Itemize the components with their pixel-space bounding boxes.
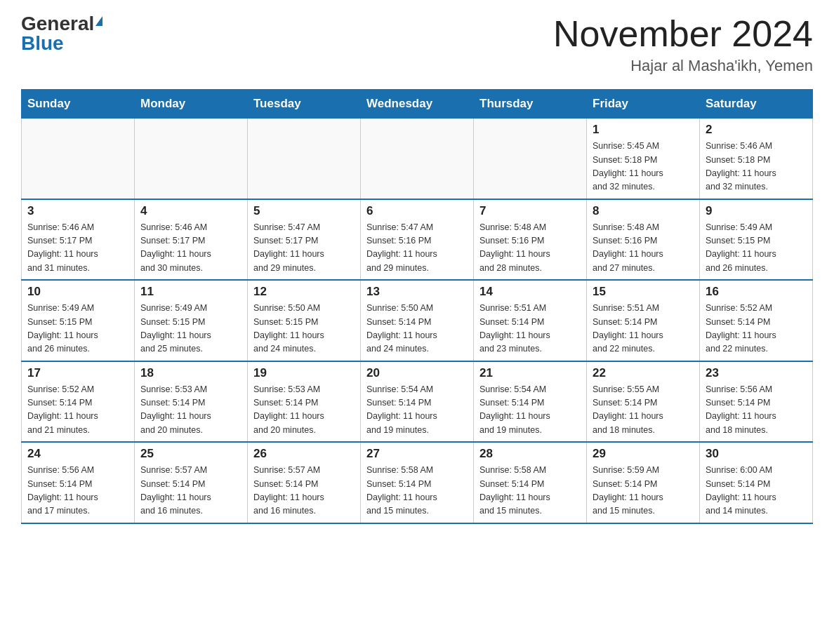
calendar-day-cell: 3Sunrise: 5:46 AMSunset: 5:17 PMDaylight… — [22, 199, 135, 281]
day-number: 10 — [27, 285, 128, 299]
calendar-day-cell: 9Sunrise: 5:49 AMSunset: 5:15 PMDaylight… — [700, 199, 813, 281]
calendar-week-row: 3Sunrise: 5:46 AMSunset: 5:17 PMDaylight… — [22, 199, 813, 281]
day-number: 7 — [479, 204, 581, 218]
calendar-day-cell: 16Sunrise: 5:52 AMSunset: 5:14 PMDayligh… — [700, 280, 813, 361]
day-number: 1 — [593, 123, 694, 137]
day-info: Sunrise: 5:49 AMSunset: 5:15 PMDaylight:… — [140, 302, 241, 356]
calendar-header-tuesday: Tuesday — [248, 90, 361, 119]
day-info: Sunrise: 5:51 AMSunset: 5:14 PMDaylight:… — [479, 302, 581, 356]
day-number: 13 — [366, 285, 468, 299]
day-info: Sunrise: 5:54 AMSunset: 5:14 PMDaylight:… — [479, 383, 581, 438]
calendar-day-cell: 12Sunrise: 5:50 AMSunset: 5:15 PMDayligh… — [248, 280, 361, 361]
day-info: Sunrise: 5:53 AMSunset: 5:14 PMDaylight:… — [253, 383, 355, 438]
day-number: 14 — [479, 285, 581, 299]
day-info: Sunrise: 5:54 AMSunset: 5:14 PMDaylight:… — [366, 383, 468, 438]
calendar-day-cell: 15Sunrise: 5:51 AMSunset: 5:14 PMDayligh… — [587, 280, 700, 361]
day-info: Sunrise: 5:48 AMSunset: 5:16 PMDaylight:… — [593, 221, 694, 276]
calendar-day-cell: 7Sunrise: 5:48 AMSunset: 5:16 PMDaylight… — [474, 199, 587, 281]
calendar-week-row: 24Sunrise: 5:56 AMSunset: 5:14 PMDayligh… — [22, 442, 813, 523]
calendar-day-cell — [135, 119, 248, 199]
day-number: 3 — [27, 204, 128, 218]
day-info: Sunrise: 5:47 AMSunset: 5:17 PMDaylight:… — [253, 221, 355, 276]
calendar-day-cell: 25Sunrise: 5:57 AMSunset: 5:14 PMDayligh… — [135, 442, 248, 523]
day-number: 16 — [706, 285, 807, 299]
day-number: 8 — [593, 204, 694, 218]
day-number: 2 — [706, 123, 807, 137]
calendar-header-wednesday: Wednesday — [361, 90, 474, 119]
day-info: Sunrise: 5:52 AMSunset: 5:14 PMDaylight:… — [706, 302, 807, 356]
calendar-day-cell: 14Sunrise: 5:51 AMSunset: 5:14 PMDayligh… — [474, 280, 587, 361]
day-info: Sunrise: 5:49 AMSunset: 5:15 PMDaylight:… — [27, 302, 128, 356]
day-number: 27 — [366, 447, 468, 461]
calendar-day-cell: 17Sunrise: 5:52 AMSunset: 5:14 PMDayligh… — [22, 361, 135, 443]
calendar-week-row: 17Sunrise: 5:52 AMSunset: 5:14 PMDayligh… — [22, 361, 813, 443]
day-number: 15 — [593, 285, 694, 299]
calendar-week-row: 1Sunrise: 5:45 AMSunset: 5:18 PMDaylight… — [22, 119, 813, 199]
day-info: Sunrise: 5:57 AMSunset: 5:14 PMDaylight:… — [140, 464, 241, 518]
calendar-week-row: 10Sunrise: 5:49 AMSunset: 5:15 PMDayligh… — [22, 280, 813, 361]
calendar-day-cell: 23Sunrise: 5:56 AMSunset: 5:14 PMDayligh… — [700, 361, 813, 443]
month-title: November 2024 — [553, 14, 813, 54]
calendar-header-monday: Monday — [135, 90, 248, 119]
day-number: 9 — [706, 204, 807, 218]
day-info: Sunrise: 5:48 AMSunset: 5:16 PMDaylight:… — [479, 221, 581, 276]
page-header: General Blue November 2024 Hajar al Mash… — [21, 14, 813, 75]
day-number: 4 — [140, 204, 241, 218]
day-info: Sunrise: 5:59 AMSunset: 5:14 PMDaylight:… — [593, 464, 694, 518]
day-number: 24 — [27, 447, 128, 461]
day-info: Sunrise: 5:56 AMSunset: 5:14 PMDaylight:… — [27, 464, 128, 518]
day-info: Sunrise: 5:58 AMSunset: 5:14 PMDaylight:… — [366, 464, 468, 518]
day-number: 22 — [593, 366, 694, 380]
calendar-day-cell: 1Sunrise: 5:45 AMSunset: 5:18 PMDaylight… — [587, 119, 700, 199]
logo: General Blue — [21, 14, 102, 53]
day-info: Sunrise: 5:53 AMSunset: 5:14 PMDaylight:… — [140, 383, 241, 438]
day-info: Sunrise: 5:52 AMSunset: 5:14 PMDaylight:… — [27, 383, 128, 438]
day-info: Sunrise: 5:50 AMSunset: 5:14 PMDaylight:… — [366, 302, 468, 356]
day-info: Sunrise: 5:56 AMSunset: 5:14 PMDaylight:… — [706, 383, 807, 438]
day-info: Sunrise: 5:45 AMSunset: 5:18 PMDaylight:… — [593, 140, 694, 194]
calendar-day-cell: 21Sunrise: 5:54 AMSunset: 5:14 PMDayligh… — [474, 361, 587, 443]
calendar-day-cell: 10Sunrise: 5:49 AMSunset: 5:15 PMDayligh… — [22, 280, 135, 361]
day-number: 19 — [253, 366, 355, 380]
logo-triangle-icon — [95, 16, 102, 26]
calendar-day-cell — [248, 119, 361, 199]
calendar-header-thursday: Thursday — [474, 90, 587, 119]
title-block: November 2024 Hajar al Masha'ikh, Yemen — [553, 14, 813, 75]
calendar-header-sunday: Sunday — [22, 90, 135, 119]
day-number: 23 — [706, 366, 807, 380]
calendar-day-cell: 19Sunrise: 5:53 AMSunset: 5:14 PMDayligh… — [248, 361, 361, 443]
calendar-day-cell: 18Sunrise: 5:53 AMSunset: 5:14 PMDayligh… — [135, 361, 248, 443]
calendar-day-cell — [361, 119, 474, 199]
logo-general-text: General — [21, 14, 94, 34]
calendar-day-cell: 29Sunrise: 5:59 AMSunset: 5:14 PMDayligh… — [587, 442, 700, 523]
calendar-day-cell — [22, 119, 135, 199]
day-info: Sunrise: 5:50 AMSunset: 5:15 PMDaylight:… — [253, 302, 355, 356]
day-number: 11 — [140, 285, 241, 299]
calendar-table: SundayMondayTuesdayWednesdayThursdayFrid… — [21, 89, 813, 524]
calendar-day-cell: 2Sunrise: 5:46 AMSunset: 5:18 PMDaylight… — [700, 119, 813, 199]
day-info: Sunrise: 5:49 AMSunset: 5:15 PMDaylight:… — [706, 221, 807, 276]
calendar-day-cell: 22Sunrise: 5:55 AMSunset: 5:14 PMDayligh… — [587, 361, 700, 443]
calendar-day-cell — [474, 119, 587, 199]
day-info: Sunrise: 5:46 AMSunset: 5:17 PMDaylight:… — [140, 221, 241, 276]
day-number: 29 — [593, 447, 694, 461]
calendar-day-cell: 6Sunrise: 5:47 AMSunset: 5:16 PMDaylight… — [361, 199, 474, 281]
day-number: 21 — [479, 366, 581, 380]
day-info: Sunrise: 5:46 AMSunset: 5:17 PMDaylight:… — [27, 221, 128, 276]
day-number: 5 — [253, 204, 355, 218]
calendar-day-cell: 26Sunrise: 5:57 AMSunset: 5:14 PMDayligh… — [248, 442, 361, 523]
day-number: 30 — [706, 447, 807, 461]
day-info: Sunrise: 5:58 AMSunset: 5:14 PMDaylight:… — [479, 464, 581, 518]
day-number: 25 — [140, 447, 241, 461]
day-number: 28 — [479, 447, 581, 461]
calendar-header-saturday: Saturday — [700, 90, 813, 119]
calendar-day-cell: 27Sunrise: 5:58 AMSunset: 5:14 PMDayligh… — [361, 442, 474, 523]
day-info: Sunrise: 6:00 AMSunset: 5:14 PMDaylight:… — [706, 464, 807, 518]
day-number: 26 — [253, 447, 355, 461]
day-info: Sunrise: 5:51 AMSunset: 5:14 PMDaylight:… — [593, 302, 694, 356]
day-number: 20 — [366, 366, 468, 380]
day-info: Sunrise: 5:46 AMSunset: 5:18 PMDaylight:… — [706, 140, 807, 194]
calendar-day-cell: 30Sunrise: 6:00 AMSunset: 5:14 PMDayligh… — [700, 442, 813, 523]
calendar-day-cell: 4Sunrise: 5:46 AMSunset: 5:17 PMDaylight… — [135, 199, 248, 281]
calendar-day-cell: 28Sunrise: 5:58 AMSunset: 5:14 PMDayligh… — [474, 442, 587, 523]
